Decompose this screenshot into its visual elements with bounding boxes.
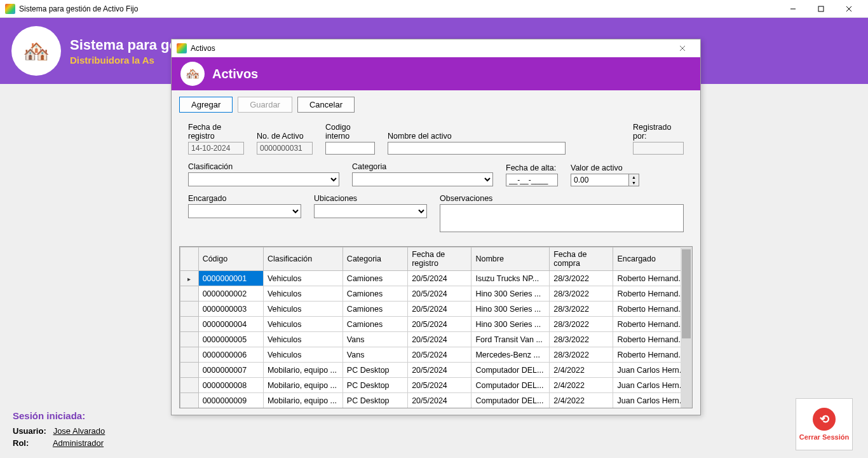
table-row[interactable]: 0000000009Mobilario, equipo ...PC Deskto… <box>180 393 692 408</box>
observaciones-textarea[interactable] <box>440 204 684 232</box>
cell-codigo[interactable]: 0000000009 <box>198 393 263 408</box>
observaciones-label: Observaciones <box>440 194 684 203</box>
logout-text: Cerrar Sessión <box>799 433 849 441</box>
table-row[interactable]: 0000000004VehiculosCamiones20/5/2024Hino… <box>180 317 692 332</box>
valor-activo-input[interactable] <box>571 174 629 186</box>
data-grid[interactable]: Código Clasificación Categoria Fecha de … <box>179 246 693 408</box>
col-header-codigo[interactable]: Código <box>198 247 263 271</box>
save-button: Guardar <box>238 97 292 113</box>
fecha-registro-input <box>188 142 244 155</box>
modal-toolbar: Agregar Guardar Cancelar <box>172 90 700 119</box>
logout-icon: ⟲ <box>813 408 836 431</box>
cell-codigo[interactable]: 0000000005 <box>198 332 263 347</box>
nombre-activo-label: Nombre del activo <box>388 132 566 141</box>
cell-codigo[interactable]: 0000000002 <box>198 286 263 302</box>
maximize-button[interactable] <box>807 0 835 18</box>
session-title: Sesión iniciada: <box>13 410 105 421</box>
col-header-fecha-compra[interactable]: Fecha de compra <box>550 247 613 271</box>
ubicaciones-select[interactable] <box>314 204 427 218</box>
session-role-value: Administrador <box>53 438 104 448</box>
table-row[interactable]: 0000000008Mobilario, equipo ...PC Deskto… <box>180 378 692 393</box>
modal-app-icon <box>177 43 187 53</box>
minimize-button[interactable] <box>779 0 807 18</box>
logout-button[interactable]: ⟲ Cerrar Sessión <box>796 398 853 450</box>
col-header-nombre[interactable]: Nombre <box>471 247 550 271</box>
col-header-categoria[interactable]: Categoria <box>342 247 407 271</box>
add-button[interactable]: Agregar <box>179 97 233 113</box>
modal-header-icon: 🏘️ <box>180 62 205 86</box>
codigo-interno-input[interactable] <box>325 142 375 155</box>
nombre-activo-input[interactable] <box>388 142 566 155</box>
app-icon <box>5 4 15 14</box>
table-row[interactable]: 0000000005VehiculosVans20/5/2024Ford Tra… <box>180 332 692 347</box>
categoria-label: Categoria <box>352 162 493 171</box>
col-header-clasificacion[interactable]: Clasificación <box>263 247 342 271</box>
fecha-registro-label: Fecha de registro <box>188 123 244 141</box>
session-user-label: Usuario: <box>13 426 51 436</box>
modal-window-title: Activos <box>191 44 670 53</box>
cell-codigo[interactable]: 0000000004 <box>198 317 263 332</box>
no-activo-label: No. de Activo <box>257 132 313 141</box>
svg-rect-1 <box>818 6 824 11</box>
session-user-value: Jose Alvarado <box>53 426 105 436</box>
cancel-button[interactable]: Cancelar <box>297 97 355 113</box>
ubicaciones-label: Ubicaciones <box>314 194 427 203</box>
main-titlebar: Sistema para gestión de Activo Fijo <box>0 0 868 18</box>
no-activo-input <box>257 142 313 155</box>
clasificacion-label: Clasificación <box>188 162 339 171</box>
cell-codigo[interactable]: 0000000001 <box>198 271 263 286</box>
registrado-por-label: Registrado por: <box>633 123 684 141</box>
valor-activo-spin-up[interactable]: ▲ <box>629 174 639 180</box>
modal-activos: Activos 🏘️ Activos Agregar Guardar Cance… <box>171 39 701 415</box>
close-button[interactable] <box>835 0 863 18</box>
clasificacion-select[interactable] <box>188 172 339 186</box>
row-selector-header <box>180 247 199 271</box>
registrado-por-input <box>633 142 684 155</box>
col-header-fecha-registro[interactable]: Fecha de registro <box>408 247 471 271</box>
categoria-select[interactable] <box>352 172 493 186</box>
modal-titlebar: Activos <box>172 39 700 57</box>
codigo-interno-label: Codigo interno <box>325 123 375 141</box>
modal-header-title: Activos <box>212 67 258 81</box>
cell-codigo[interactable]: 0000000003 <box>198 302 263 317</box>
col-header-encargado[interactable]: Encargado <box>613 247 692 271</box>
form-area: Fecha de registro No. de Activo Codigo i… <box>172 119 700 246</box>
session-role-label: Rol: <box>13 438 51 448</box>
fecha-alta-label: Fecha de alta: <box>506 163 558 172</box>
banner-logo-icon: 🏘️ <box>11 26 61 76</box>
table-row[interactable]: 0000000007Mobilario, equipo ...PC Deskto… <box>180 363 692 378</box>
table-row[interactable]: 0000000002VehiculosCamiones20/5/2024Hino… <box>180 286 692 302</box>
valor-activo-spin-down[interactable]: ▼ <box>629 180 639 186</box>
grid-scrollbar[interactable] <box>681 247 692 408</box>
cell-codigo[interactable]: 0000000006 <box>198 347 263 363</box>
modal-close-button[interactable] <box>670 39 695 57</box>
encargado-select[interactable] <box>188 204 301 218</box>
session-info: Sesión iniciada: Usuario: Jose Alvarado … <box>13 410 105 450</box>
main-window-title: Sistema para gestión de Activo Fijo <box>19 4 779 13</box>
fecha-alta-input[interactable] <box>506 174 558 186</box>
table-row[interactable]: 0000000003VehiculosCamiones20/5/2024Hino… <box>180 302 692 317</box>
valor-activo-label: Valor de activo <box>571 163 646 172</box>
modal-header: 🏘️ Activos <box>172 57 700 90</box>
cell-codigo[interactable]: 0000000008 <box>198 378 263 393</box>
cell-codigo[interactable]: 0000000007 <box>198 363 263 378</box>
table-row[interactable]: 0000000006VehiculosVans20/5/2024Mercedes… <box>180 347 692 363</box>
encargado-label: Encargado <box>188 194 301 203</box>
table-row[interactable]: 0000000001VehiculosCamiones20/5/2024Isuz… <box>180 271 692 286</box>
